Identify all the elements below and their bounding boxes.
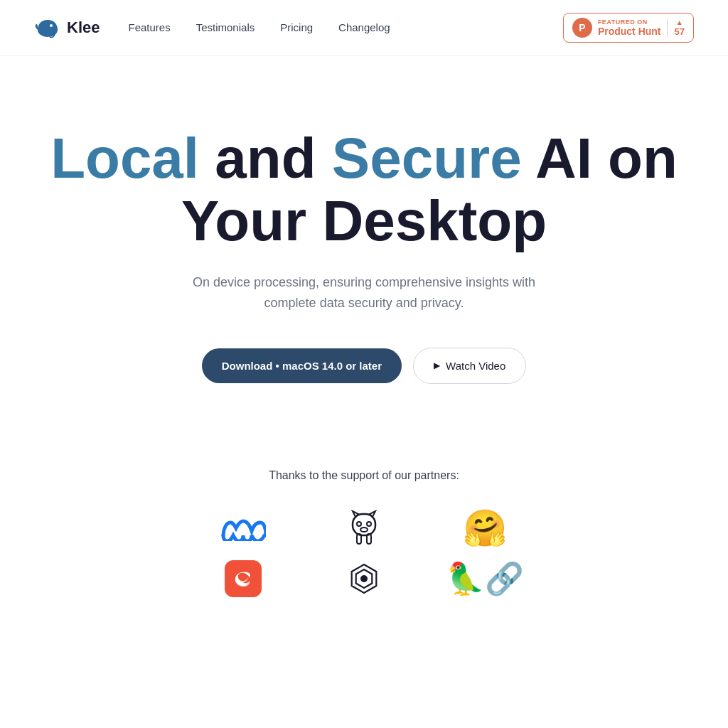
parrot-link-emoji: 🦜🔗 <box>446 560 524 597</box>
hero-buttons: Download • macOS 14.0 or later ▶ Watch V… <box>202 348 527 384</box>
download-button[interactable]: Download • macOS 14.0 or later <box>202 348 402 383</box>
hero-title-secure: Secure <box>332 127 522 190</box>
partner-swift <box>225 560 262 597</box>
navbar: Klee Features Testimonials Pricing Chang… <box>0 0 728 56</box>
svg-point-4 <box>367 522 371 526</box>
partner-hugging-face: 🤗 <box>463 508 507 549</box>
product-hunt-name: Product Hunt <box>598 26 661 37</box>
nav-links: Features Testimonials Pricing Changelog <box>128 21 390 34</box>
svg-point-8 <box>360 575 368 582</box>
nav-left: Klee Features Testimonials Pricing Chang… <box>34 14 390 41</box>
product-hunt-icon: P <box>572 18 592 38</box>
play-icon: ▶ <box>434 360 440 370</box>
svg-point-1 <box>50 24 53 27</box>
nav-link-pricing[interactable]: Pricing <box>280 21 313 33</box>
nav-item-testimonials[interactable]: Testimonials <box>196 21 255 34</box>
hero-title: Local and Secure AI on Your Desktop <box>44 127 684 252</box>
meta-icon <box>220 515 266 541</box>
hero-section: Local and Secure AI on Your Desktop On d… <box>0 56 728 441</box>
nav-link-changelog[interactable]: Changelog <box>338 21 390 33</box>
product-hunt-text: FEATURED ON Product Hunt <box>598 18 661 37</box>
partner-openai <box>346 560 382 597</box>
partner-langchain: 🦜🔗 <box>446 560 524 597</box>
nav-item-pricing[interactable]: Pricing <box>280 21 313 34</box>
partner-ollama <box>346 510 382 547</box>
svg-point-3 <box>357 522 361 526</box>
partner-meta <box>220 515 266 541</box>
svg-point-5 <box>360 528 368 532</box>
product-hunt-featured-label: FEATURED ON <box>598 18 661 26</box>
product-hunt-count: 57 <box>675 26 685 37</box>
hugging-face-emoji: 🤗 <box>463 508 507 549</box>
partners-title: Thanks to the support of our partners: <box>269 469 459 482</box>
product-hunt-badge[interactable]: P FEATURED ON Product Hunt ▲ 57 <box>563 13 694 43</box>
nav-item-changelog[interactable]: Changelog <box>338 21 390 34</box>
product-hunt-votes: ▲ 57 <box>667 18 685 37</box>
partners-grid: 🤗 🦜🔗 <box>204 508 524 597</box>
swift-icon <box>225 560 262 597</box>
partners-section: Thanks to the support of our partners: <box>0 441 728 640</box>
openai-icon <box>346 560 382 597</box>
hero-title-local: Local <box>50 127 199 190</box>
whale-icon <box>34 14 61 41</box>
logo[interactable]: Klee <box>34 14 100 41</box>
ollama-icon <box>346 510 382 547</box>
watch-video-label: Watch Video <box>446 360 505 372</box>
nav-link-testimonials[interactable]: Testimonials <box>196 21 255 33</box>
logo-text: Klee <box>67 18 100 37</box>
hero-subtitle: On device processing, ensuring comprehen… <box>165 272 563 314</box>
nav-item-features[interactable]: Features <box>128 21 170 34</box>
upvote-arrow-icon: ▲ <box>676 18 683 26</box>
hero-title-and: and <box>199 127 332 190</box>
watch-video-button[interactable]: ▶ Watch Video <box>413 348 526 384</box>
nav-link-features[interactable]: Features <box>128 21 170 33</box>
